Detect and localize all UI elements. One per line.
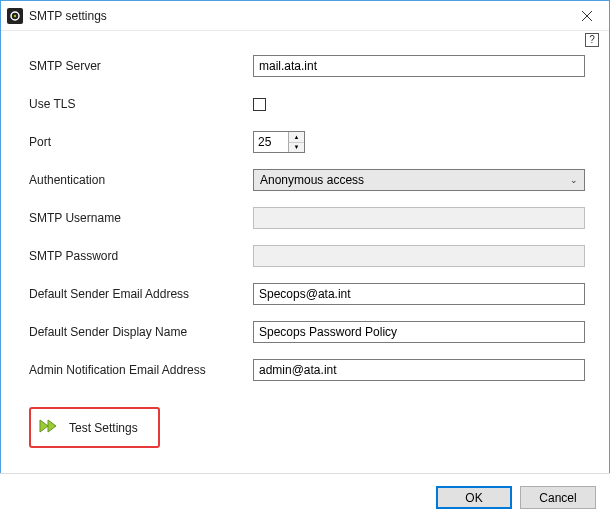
smtp-username-input[interactable] (253, 207, 585, 229)
test-settings-button[interactable]: Test Settings (29, 407, 160, 448)
port-stepper[interactable]: ▲ ▼ (253, 131, 305, 153)
label-smtp-server: SMTP Server (29, 59, 253, 73)
titlebar: SMTP settings (1, 1, 609, 31)
app-icon (7, 8, 23, 24)
cancel-button[interactable]: Cancel (520, 486, 596, 509)
port-step-up[interactable]: ▲ (289, 132, 304, 143)
label-smtp-password: SMTP Password (29, 249, 253, 263)
help-row: ? (1, 31, 609, 49)
close-button[interactable] (564, 1, 609, 31)
form-body: SMTP Server Use TLS Port ▲ ▼ Authenticat… (1, 49, 609, 448)
label-smtp-username: SMTP Username (29, 211, 253, 225)
dialog-footer: OK Cancel (0, 473, 610, 521)
default-sender-email-input[interactable] (253, 283, 585, 305)
authentication-select[interactable]: Anonymous access ⌄ (253, 169, 585, 191)
help-icon[interactable]: ? (585, 33, 599, 47)
use-tls-checkbox[interactable] (253, 98, 266, 111)
label-port: Port (29, 135, 253, 149)
authentication-value: Anonymous access (260, 173, 364, 187)
label-default-sender-name: Default Sender Display Name (29, 325, 253, 339)
svg-point-1 (14, 14, 16, 16)
default-sender-name-input[interactable] (253, 321, 585, 343)
port-input[interactable] (254, 132, 288, 152)
svg-marker-5 (48, 420, 56, 432)
close-icon (582, 11, 592, 21)
label-use-tls: Use TLS (29, 97, 253, 111)
label-default-sender-email: Default Sender Email Address (29, 287, 253, 301)
smtp-server-input[interactable] (253, 55, 585, 77)
svg-marker-4 (40, 420, 48, 432)
window-title: SMTP settings (29, 9, 564, 23)
ok-button[interactable]: OK (436, 486, 512, 509)
port-step-down[interactable]: ▼ (289, 143, 304, 153)
label-authentication: Authentication (29, 173, 253, 187)
admin-notification-email-input[interactable] (253, 359, 585, 381)
test-settings-label: Test Settings (69, 421, 138, 435)
smtp-password-input[interactable] (253, 245, 585, 267)
chevron-down-icon: ⌄ (570, 175, 578, 185)
label-admin-notification-email: Admin Notification Email Address (29, 363, 253, 377)
arrow-right-icon (39, 417, 61, 438)
